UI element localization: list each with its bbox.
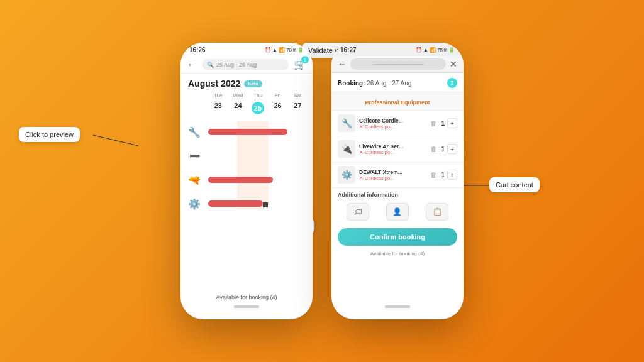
trash-icon-3[interactable]: 🗑	[430, 171, 437, 178]
bar-wrapper-2	[208, 151, 308, 160]
day-header-sat: Sat	[287, 91, 308, 99]
status-icons-left: ⏰ ▲ 📶 78% 🔋	[265, 47, 304, 53]
day-header-tue: Tue	[208, 91, 228, 99]
day-24: 24	[228, 101, 248, 116]
footer-bar-right	[385, 305, 410, 308]
add-info-tag[interactable]: 🏷	[347, 203, 369, 221]
tool-icon-2: ➖	[186, 147, 203, 165]
item-name-3: DEWALT Xtrem...	[359, 169, 426, 175]
day-header-wed: Wed	[228, 91, 248, 99]
day-23: 23	[208, 101, 228, 116]
qty-1: 1	[441, 120, 445, 127]
timeline: 🔧 ➖ 🔫 ⚙️	[180, 121, 313, 221]
item-sub-3: ✕ Cordless po...	[359, 175, 426, 181]
bar-3	[208, 177, 273, 183]
item-name-1: Cellcore Cordle...	[359, 118, 426, 124]
svg-line-1	[93, 135, 138, 146]
footer-bar-left	[234, 305, 259, 308]
battery-left: 78%	[286, 47, 296, 53]
battery-icon-left: 🔋	[297, 47, 304, 53]
tool-icon-1: 🔧	[186, 123, 203, 141]
tool-icon-3: 🔫	[186, 171, 203, 189]
day-25[interactable]: 25	[248, 101, 268, 116]
bar-1	[208, 129, 287, 135]
timeline-row-4[interactable]: ⚙️	[186, 195, 308, 212]
item-img-2: 🔌	[338, 140, 355, 158]
wifi-icon-right: ▲	[423, 47, 428, 53]
status-icons-right: ⏰ ▲ 📶 78% 🔋	[416, 47, 455, 53]
booking-count: 3	[447, 78, 457, 88]
cart-item-3[interactable]: ⚙️ DEWALT Xtrem... ✕ Cordless po... 🗑 1 …	[331, 162, 464, 188]
timeline-row-3[interactable]: 🔫	[186, 171, 308, 189]
available-text-right: Available for booking (4)	[331, 250, 464, 258]
cart-icon-left[interactable]: 🛒 1	[294, 58, 306, 70]
item-name-2: LiveWire 47 Ser...	[359, 143, 426, 150]
back-arrow-left[interactable]: ←	[187, 59, 197, 70]
item-sub-1: ✕ Cordless po...	[359, 124, 426, 129]
day-27: 27	[287, 101, 308, 116]
days-header: Tue Wed Thu Fri Sat	[180, 91, 313, 99]
phone-left: 16:26 ⏰ ▲ 📶 78% 🔋 ← 🔍 25 Aug - 26 Aug 🛒 …	[180, 43, 313, 319]
signal-icon: 📶	[279, 47, 285, 53]
nav-title-right: ──────────────	[350, 58, 446, 70]
additional-info-label: Additional information	[331, 188, 464, 200]
qty-2: 1	[441, 146, 445, 153]
calendar-month: August 2022	[188, 79, 240, 89]
timeline-row-2[interactable]: ➖	[186, 147, 308, 165]
phone-right: 16:27 ⏰ ▲ 📶 78% 🔋 ← ────────────── ✕ Boo…	[331, 43, 464, 319]
nav-bar-left: ← 🔍 25 Aug - 26 Aug 🛒 1	[180, 56, 313, 74]
cart-items: 🔧 Cellcore Cordle... ✕ Cordless po... 🗑 …	[331, 111, 464, 188]
trash-icon-1[interactable]: 🗑	[430, 119, 437, 127]
booking-dates: 26 Aug - 27 Aug	[367, 80, 411, 87]
status-bar-right: 16:27 ⏰ ▲ 📶 78% 🔋	[331, 43, 464, 56]
item-img-1: 🔧	[338, 114, 355, 132]
day-header-fri: Fri	[268, 91, 288, 99]
search-text-left: 25 Aug - 26 Aug	[216, 62, 257, 68]
category-title: Professional Equipment	[365, 99, 430, 106]
bar-wrapper-3	[208, 175, 308, 184]
click-to-preview-callout: Click to preview	[19, 127, 80, 142]
day-header-thu: Thu	[248, 91, 268, 99]
cart-item-2[interactable]: 🔌 LiveWire 47 Ser... ✕ Cordless po... 🗑 …	[331, 136, 464, 162]
cart-badge-left: 1	[301, 56, 309, 63]
wifi-icon: ▲	[272, 47, 277, 53]
tool-icon-4: ⚙️	[186, 195, 203, 212]
cart-item-1[interactable]: 🔧 Cellcore Cordle... ✕ Cordless po... 🗑 …	[331, 111, 464, 136]
battery-right: 78%	[437, 47, 447, 53]
nav-bar-right: ← ────────────── ✕	[331, 56, 464, 73]
beta-badge: beta	[244, 80, 262, 87]
search-bar-left[interactable]: 🔍 25 Aug - 26 Aug	[202, 59, 289, 70]
add-info-note[interactable]: 📋	[426, 203, 448, 221]
search-icon-left: 🔍	[207, 62, 214, 68]
available-text-left: Available for booking (4)	[180, 290, 313, 302]
category-header: Professional Equipment	[331, 92, 464, 111]
timeline-row-1[interactable]: 🔧	[186, 123, 308, 141]
alarm-icon-right: ⏰	[416, 47, 422, 53]
cart-content-callout: Cart content	[489, 177, 540, 192]
qty-controls-3: 🗑 1 +	[430, 170, 457, 180]
back-arrow-right[interactable]: ←	[338, 59, 347, 69]
booking-title: Booking: 26 Aug - 27 Aug	[338, 80, 411, 87]
item-info-2: LiveWire 47 Ser... ✕ Cordless po...	[359, 143, 426, 155]
qty-plus-3[interactable]: +	[447, 170, 457, 180]
qty-3: 1	[441, 172, 445, 178]
bar-wrapper-4	[208, 199, 308, 208]
item-img-3: ⚙️	[338, 166, 355, 184]
item-info-1: Cellcore Cordle... ✕ Cordless po...	[359, 118, 426, 129]
add-info-person[interactable]: 👤	[386, 203, 409, 221]
time-right: 16:27	[340, 47, 357, 53]
item-info-3: DEWALT Xtrem... ✕ Cordless po...	[359, 169, 426, 181]
confirm-button[interactable]: Confirm booking	[338, 228, 457, 246]
signal-icon-right: 📶	[430, 47, 436, 53]
booking-header: Booking: 26 Aug - 27 Aug 3	[331, 73, 464, 92]
qty-plus-2[interactable]: +	[447, 144, 457, 154]
close-icon-right[interactable]: ✕	[450, 59, 457, 69]
qty-plus-1[interactable]: +	[447, 118, 457, 128]
trash-icon-2[interactable]: 🗑	[430, 145, 437, 153]
alarm-icon: ⏰	[265, 47, 271, 53]
day-26: 26	[268, 101, 288, 116]
bar-wrapper-1	[208, 128, 308, 136]
qty-controls-2: 🗑 1 +	[430, 144, 457, 154]
calendar-header: August 2022 beta	[180, 74, 313, 91]
qty-controls-1: 🗑 1 +	[430, 118, 457, 128]
